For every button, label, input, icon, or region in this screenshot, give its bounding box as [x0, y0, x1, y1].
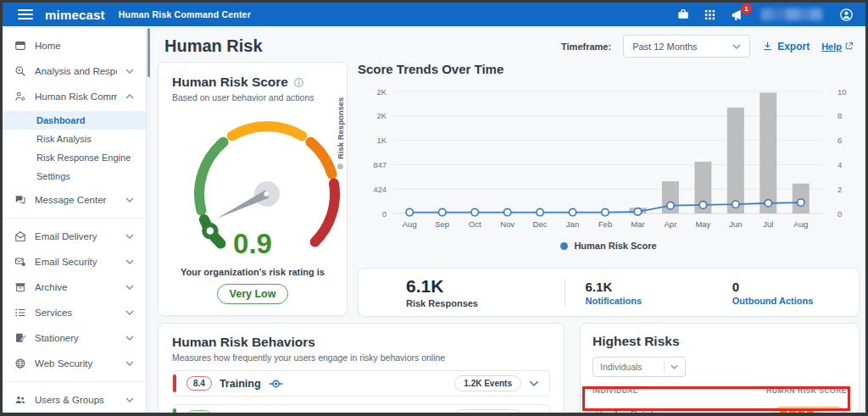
- chevron-down-icon: [670, 364, 678, 369]
- events-count-badge: 1.8K Events: [454, 409, 521, 416]
- sidebar-item-email-security[interactable]: Email Security: [3, 249, 146, 275]
- app-window: mimecast Human Risk Command Center 1 Hom…: [0, 0, 868, 416]
- behavior-row-training[interactable]: 8.4 Training 1.2K Events: [172, 370, 550, 397]
- timeframe-select[interactable]: Past 12 Months: [623, 35, 750, 58]
- outbound-actions-link[interactable]: Outbound Actions: [732, 296, 859, 306]
- sidebar-item-web-security[interactable]: Web Security: [3, 351, 146, 376]
- account-name-redacted[interactable]: [761, 8, 822, 20]
- svg-text:Feb: Feb: [598, 219, 612, 229]
- chat-icon: [14, 194, 26, 206]
- sidebar-item-email-delivery[interactable]: Email Delivery: [3, 224, 146, 249]
- rank-label: #1: [594, 409, 604, 416]
- left-axis-title: Risk Responses: [336, 97, 345, 169]
- highest-risks-title: Highest Risks: [593, 334, 847, 349]
- sidebar-subitem-risk-analysis[interactable]: Risk Analysis: [3, 130, 146, 148]
- sidebar-item-users-and-groups[interactable]: Users & Groups: [3, 387, 146, 413]
- svg-text:Oct: Oct: [469, 219, 481, 229]
- sidebar-item-services[interactable]: Services: [3, 300, 146, 325]
- briefcase-icon[interactable]: [676, 8, 690, 21]
- svg-text:424: 424: [373, 185, 387, 194]
- sidebar-item-archive[interactable]: Archive: [3, 275, 146, 300]
- svg-text:Mar: Mar: [631, 219, 644, 229]
- svg-text:10: 10: [837, 87, 847, 97]
- chevron-down-icon: [125, 197, 134, 202]
- mimecast-logo: mimecast: [45, 8, 105, 22]
- export-button[interactable]: Export: [762, 41, 810, 53]
- user-avatar-icon[interactable]: [839, 8, 854, 22]
- sidebar: Home Analysis and Response Human Risk Co…: [3, 26, 147, 413]
- risk-responses-legend-dot: [337, 164, 343, 169]
- chevron-up-icon: [125, 94, 134, 99]
- sidebar-subitem-risk-response-engine[interactable]: Risk Response Engine: [3, 148, 146, 167]
- svg-text:4: 4: [837, 160, 842, 169]
- sidebar-item-home[interactable]: Home: [3, 33, 146, 58]
- stat-notifications: 6.1K Notifications: [565, 280, 712, 306]
- pen-document-icon: [14, 332, 26, 344]
- notification-badge: 1: [741, 3, 752, 14]
- individual-name-link[interactable]: Jay Patel: [613, 409, 653, 416]
- globe-icon: [14, 358, 26, 369]
- svg-text:May: May: [695, 219, 710, 229]
- behaviors-subtitle: Measures how frequently your users engag…: [172, 352, 550, 363]
- events-count-badge: 1.2K Events: [454, 375, 521, 391]
- svg-text:0: 0: [382, 209, 387, 219]
- svg-text:847: 847: [373, 160, 387, 169]
- sidebar-item-stationery[interactable]: Stationery: [3, 325, 146, 351]
- help-link[interactable]: Help: [821, 42, 854, 52]
- risk-score-value: 0.9: [172, 228, 333, 260]
- behaviors-title: Human Risk Behaviors: [172, 335, 550, 350]
- svg-text:2K: 2K: [376, 87, 387, 97]
- stat-risk-responses: 6.1K Risk Responses: [359, 276, 565, 308]
- risk-row-jay-patel[interactable]: #1 Jay Patel 7.3: [593, 403, 847, 416]
- svg-text:1K: 1K: [376, 136, 387, 145]
- score-card-title: Human Risk Score: [172, 75, 288, 90]
- menu-icon[interactable]: [18, 9, 33, 19]
- svg-text:Aug: Aug: [793, 219, 808, 229]
- envelope-shield-icon: [14, 256, 26, 268]
- sidebar-item-analysis-and-response[interactable]: Analysis and Response: [3, 58, 146, 84]
- external-link-icon: [844, 42, 854, 51]
- download-icon: [762, 41, 773, 52]
- chevron-down-icon: [125, 361, 134, 366]
- topbar: mimecast Human Risk Command Center 1: [3, 3, 865, 26]
- behavior-score-badge: 8.4: [186, 376, 212, 391]
- benchmark-icon[interactable]: [348, 413, 362, 416]
- svg-text:Sep: Sep: [435, 219, 449, 229]
- stats-card: 6.1K Risk Responses 6.1K Notifications 0…: [358, 268, 860, 317]
- notifications-link[interactable]: Notifications: [586, 296, 712, 306]
- svg-text:2K: 2K: [376, 111, 387, 120]
- rating-badge: Very Low: [217, 284, 289, 304]
- info-icon[interactable]: [293, 77, 304, 88]
- scrollbar-thumb[interactable]: [147, 28, 150, 77]
- sidebar-subitem-dashboard[interactable]: Dashboard: [3, 111, 146, 130]
- svg-text:Jan: Jan: [566, 219, 579, 229]
- risk-type-select[interactable]: Individuals: [593, 357, 686, 377]
- svg-text:6: 6: [837, 136, 842, 145]
- chart-legend: Human Risk Score: [358, 241, 860, 251]
- apps-grid-icon[interactable]: [704, 8, 716, 21]
- behavior-row-sensitive-data-handling[interactable]: 0.3 Sensitive Data Handling 1.8K Events: [172, 404, 550, 416]
- trend-chart: 00424284741K62K82K10AugSepOctNovDecJanFe…: [358, 81, 860, 236]
- announcements-icon[interactable]: 1: [730, 8, 744, 22]
- window-icon: [14, 40, 26, 52]
- svg-text:Nov: Nov: [500, 219, 515, 229]
- chevron-down-icon: [125, 310, 134, 315]
- sidebar-item-message-center[interactable]: Message Center: [3, 187, 146, 213]
- sidebar-divider: [3, 218, 146, 219]
- chevron-down-icon: [125, 69, 134, 74]
- svg-text:Aug: Aug: [403, 219, 417, 229]
- chevron-down-icon: [125, 285, 134, 290]
- highest-risks-card: Highest Risks Individuals INDIVIDUAL HUM…: [580, 323, 860, 416]
- benchmark-icon[interactable]: [269, 379, 283, 389]
- sidebar-item-human-risk-command-center[interactable]: Human Risk Command Ce...: [3, 84, 146, 109]
- sidebar-subitem-settings[interactable]: Settings: [3, 167, 146, 186]
- human-risk-score-card: Human Risk Score Based on user behavior …: [158, 62, 348, 316]
- person-gear-icon: [14, 91, 26, 103]
- svg-text:Apr: Apr: [665, 219, 677, 229]
- sidebar-item-policies[interactable]: Policies: [3, 413, 146, 416]
- users-icon: [14, 394, 26, 406]
- chevron-down-icon: [125, 397, 134, 402]
- human-risk-score-legend-dot: [560, 242, 568, 250]
- chevron-down-icon[interactable]: [529, 380, 539, 386]
- human-risk-behaviors-card: Human Risk Behaviors Measures how freque…: [158, 323, 565, 416]
